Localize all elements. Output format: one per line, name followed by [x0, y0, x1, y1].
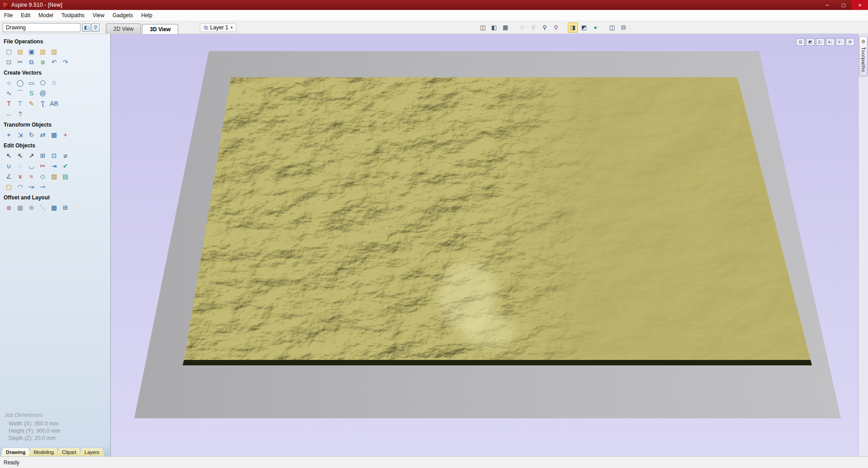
set-size-icon[interactable]: ⇲: [15, 130, 25, 140]
undo-icon[interactable]: ↶: [49, 57, 59, 67]
nesting-icon[interactable]: ▩: [49, 203, 59, 213]
menu-toolpaths[interactable]: Toolpaths: [57, 10, 89, 21]
import-vectors-icon[interactable]: ▥: [38, 47, 48, 57]
toggle-wireframe-icon[interactable]: ◩: [579, 23, 589, 33]
draw-ellipse-icon[interactable]: ◯: [15, 78, 25, 88]
fit-arc-icon[interactable]: ◠: [15, 182, 25, 192]
draw-polygon-icon[interactable]: ⬠: [38, 78, 48, 88]
zoom-window-icon[interactable]: ⚲: [540, 23, 550, 33]
plan-view-z-icon[interactable]: Z↓: [816, 38, 825, 46]
toggle-shading-icon[interactable]: ◨: [568, 23, 578, 33]
stretch-curve-icon[interactable]: ↝: [26, 182, 37, 192]
copy-along-path-icon[interactable]: ⋱: [38, 203, 48, 213]
select-tool-icon[interactable]: ↖: [4, 151, 14, 161]
pan-view-icon[interactable]: ⊹: [517, 23, 527, 33]
menu-help[interactable]: Help: [137, 10, 156, 21]
warp-object-icon[interactable]: ◇: [38, 171, 48, 181]
draw-star-icon[interactable]: ☆: [49, 78, 59, 88]
cut-vector-icon[interactable]: ∠: [4, 171, 14, 181]
pin-panel-icon[interactable]: ⚲: [91, 24, 99, 32]
panel-tab-modeling[interactable]: Modeling: [28, 448, 59, 456]
toggle-material-icon[interactable]: ●: [590, 23, 600, 33]
align-objects-icon[interactable]: ▦: [49, 130, 59, 140]
draw-circle-icon[interactable]: ○: [4, 78, 14, 88]
menu-edit[interactable]: Edit: [17, 10, 34, 21]
panel-tab-drawing[interactable]: Drawing: [1, 448, 30, 456]
cut-icon[interactable]: ✂: [15, 57, 25, 67]
minimize-button[interactable]: −: [819, 0, 835, 10]
view-3d[interactable]: ⊡◩Z↓X↓Y↓⟳: [111, 34, 858, 456]
toggle-2d-3d-view-icon[interactable]: ◫: [478, 23, 488, 33]
iso-view-icon[interactable]: ◩: [806, 38, 815, 46]
text-in-box-icon[interactable]: ⊤: [15, 99, 25, 109]
panel-tab-layers[interactable]: Layers: [80, 448, 104, 456]
tab-3d-view[interactable]: 3D View: [142, 24, 178, 34]
draw-text-icon[interactable]: T: [4, 99, 14, 109]
menu-file[interactable]: File: [0, 10, 17, 21]
guides-icon[interactable]: ⊡: [49, 151, 59, 161]
tab-2d-view[interactable]: 2D View: [106, 24, 141, 33]
join-vectors-icon[interactable]: ∪: [4, 161, 14, 171]
paste-icon[interactable]: ⧈: [38, 57, 48, 67]
edit-picture-icon[interactable]: ▤: [60, 171, 71, 181]
menu-view[interactable]: View: [89, 10, 108, 21]
fillet-tool-icon[interactable]: ◡: [26, 161, 37, 171]
edit-text-icon[interactable]: ✎: [26, 99, 37, 109]
redo-icon[interactable]: ↷: [60, 57, 71, 67]
toggle-grid-icon[interactable]: ▦: [500, 23, 510, 33]
offset-vectors-icon[interactable]: ⧈: [4, 203, 14, 213]
layer-dropdown[interactable]: ⧉ Layer 1 ▾: [200, 23, 236, 32]
close-button[interactable]: ×: [852, 0, 868, 10]
trace-bitmap-icon[interactable]: ▧: [49, 171, 59, 181]
dock-panel-icon[interactable]: ◧: [82, 24, 90, 32]
mirror-selection-icon[interactable]: ⇄: [38, 130, 48, 140]
circular-array-icon[interactable]: ⊛: [26, 203, 37, 213]
scale-to-fit-icon[interactable]: ⊡: [796, 38, 805, 46]
tile-windows-vertical-icon[interactable]: ◫: [607, 23, 617, 33]
rotate-view-icon[interactable]: ⟳: [846, 38, 854, 46]
maximize-button[interactable]: □: [835, 0, 852, 10]
smooth-vectors-icon[interactable]: ≈: [26, 171, 37, 181]
view-along-y-icon[interactable]: Y↓: [836, 38, 844, 46]
tile-windows-horizontal-icon[interactable]: ⊟: [618, 23, 628, 33]
open-file-icon[interactable]: ▤: [15, 47, 25, 57]
layout-grid-icon[interactable]: ⊞: [60, 203, 71, 213]
export-vectors-icon[interactable]: ▧: [49, 47, 59, 57]
toolpaths-tab[interactable]: ⚙ Toolpaths: [859, 36, 868, 76]
round-corners-icon[interactable]: ▢: [4, 182, 14, 192]
center-in-material-icon[interactable]: +: [60, 130, 71, 140]
text-spacing-icon[interactable]: AB: [49, 99, 59, 109]
menu-gadgets[interactable]: Gadgets: [108, 10, 137, 21]
trim-tool-icon[interactable]: ✂: [38, 161, 48, 171]
copy-icon[interactable]: ⧉: [26, 57, 37, 67]
close-vector-icon[interactable]: ◌: [15, 161, 25, 171]
interactive-transform-icon[interactable]: ↗: [26, 151, 37, 161]
panel-selector[interactable]: Drawing: [3, 23, 80, 32]
draw-rectangle-icon[interactable]: ▭: [26, 78, 37, 88]
vector-validator-icon[interactable]: ✔: [60, 161, 71, 171]
text-on-curve-icon[interactable]: Ʈ: [38, 99, 48, 109]
panel-tab-clipart[interactable]: Clipart: [57, 448, 81, 456]
zoom-to-selection-icon[interactable]: ⚲: [551, 23, 561, 33]
zoom-out-icon[interactable]: ⚲: [528, 23, 538, 33]
draw-polyline-icon[interactable]: ∿: [4, 88, 14, 98]
select-all-icon[interactable]: ⊡: [4, 57, 14, 67]
draw-dimension-icon[interactable]: ↔: [4, 109, 14, 119]
node-edit-tool-icon[interactable]: ⇖: [15, 151, 25, 161]
array-copy-icon[interactable]: ▦: [15, 203, 25, 213]
new-file-icon[interactable]: ▢: [4, 47, 14, 57]
snap-grid-icon[interactable]: ⊞: [38, 151, 48, 161]
rotate-selection-icon[interactable]: ↻: [26, 130, 37, 140]
draw-arc-icon[interactable]: ⌒: [15, 88, 25, 98]
draw-spiral-icon[interactable]: @: [38, 88, 48, 98]
measure-tool-icon[interactable]: ⌀: [60, 151, 71, 161]
quick-measure-icon[interactable]: ?: [15, 109, 25, 119]
bend-curve-icon[interactable]: ⇀: [38, 182, 48, 192]
extend-tool-icon[interactable]: ⇥: [49, 161, 59, 171]
menu-model[interactable]: Model: [34, 10, 57, 21]
move-selection-icon[interactable]: ⌖: [4, 130, 14, 140]
draw-curve-icon[interactable]: S: [26, 88, 37, 98]
weld-vectors-icon[interactable]: ∨: [15, 171, 25, 181]
split-view-icon[interactable]: ◧: [489, 23, 499, 33]
save-file-icon[interactable]: ▣: [26, 47, 37, 57]
